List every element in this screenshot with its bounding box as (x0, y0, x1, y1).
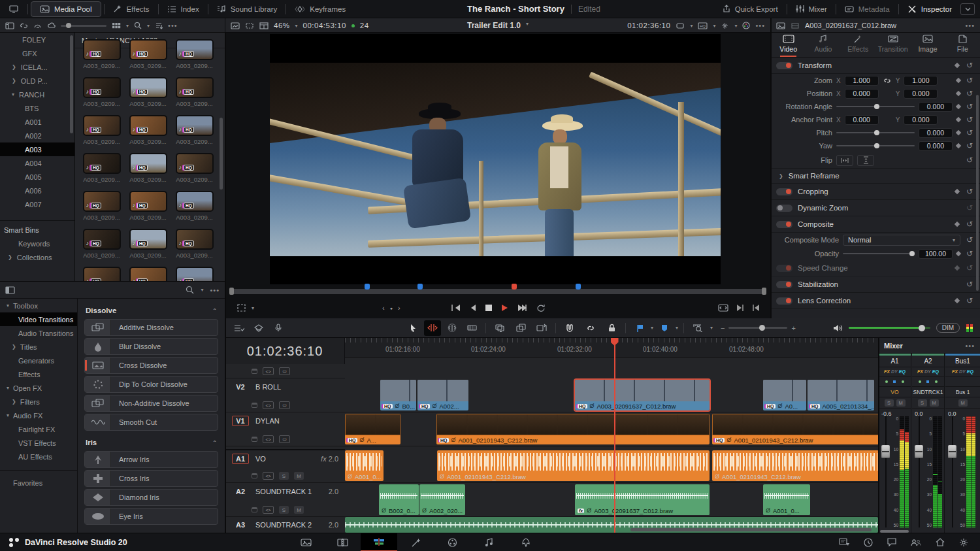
pan-control[interactable] (945, 376, 980, 387)
nav-au-effects[interactable]: AU Effects (0, 450, 77, 463)
viewer-multicam-icon[interactable] (259, 22, 269, 29)
bin-item-a003-selected[interactable]: A003 (0, 142, 74, 156)
viewer-zoom-level[interactable]: 46% (274, 22, 290, 29)
smart-bin-keywords[interactable]: Keywords (0, 237, 74, 250)
media-clip[interactable]: ♪HQA003_0209... (173, 260, 216, 281)
timeline-clip-v1[interactable]: HQØA001_02101943_C212.braw (712, 414, 879, 444)
composite-toggle[interactable] (776, 221, 792, 228)
timeline-playhead[interactable] (614, 338, 615, 533)
sort-icon[interactable] (155, 22, 163, 29)
pan-control[interactable] (912, 376, 944, 387)
page-deliver-icon[interactable] (507, 533, 544, 551)
viewer-more-icon[interactable]: ••• (755, 22, 765, 29)
overwrite-clip-icon[interactable] (512, 320, 529, 336)
bin-tree-scrollbar[interactable] (70, 35, 73, 133)
stacked-timelines-icon[interactable] (250, 320, 267, 336)
remote-monitoring-icon[interactable] (839, 538, 849, 546)
cloud-sync-icon[interactable] (47, 22, 56, 29)
track-fx-badge[interactable]: fx (321, 455, 327, 463)
bin-item-icela[interactable]: ❯ICELA... (0, 60, 74, 74)
frame-view-icon[interactable]: ▭ (279, 401, 290, 409)
nav-titles[interactable]: ❯Titles (0, 340, 77, 354)
zoom-keyframe-icon[interactable] (956, 78, 961, 83)
timeline-clip-a2[interactable]: fxØA003_02091637_C012.braw (575, 484, 710, 515)
track-header-v2[interactable]: V2 B ROLL <>▭ (225, 378, 345, 412)
smart-bin-collections[interactable]: ❯Collections (0, 250, 74, 264)
media-pool-more-icon[interactable]: ••• (168, 22, 178, 29)
composite-mode-dropdown[interactable]: Normal▾ (843, 235, 960, 246)
media-clip[interactable]: ♪HQA003_0209... (127, 146, 169, 183)
cropping-toggle[interactable] (776, 188, 792, 195)
media-clip[interactable]: ♪HQA003_0209... (127, 222, 169, 259)
sound-library-button[interactable]: Sound Library (208, 0, 286, 18)
page-cut-icon[interactable] (324, 533, 361, 551)
zoom-y-field[interactable]: 1.000 (904, 76, 938, 86)
timeline-clip-v1[interactable]: HQØA... (345, 414, 400, 444)
insert-clip-icon[interactable] (491, 320, 508, 336)
nav-effects[interactable]: Effects (0, 367, 77, 381)
lock-icon[interactable] (252, 403, 257, 408)
timeline-clip-a2[interactable]: ØB002_0... (379, 484, 419, 515)
media-clip[interactable]: ♪HQA003_0209... (80, 260, 123, 281)
zoom-out-button[interactable]: − (721, 324, 725, 332)
lock-icon[interactable] (252, 507, 257, 512)
link-xy-icon[interactable] (883, 77, 892, 84)
keyframes-button[interactable]: Keyframes (286, 0, 354, 18)
render-queue-icon[interactable] (864, 538, 873, 547)
effects-panel-toggle-icon[interactable] (5, 286, 15, 294)
replace-clip-icon[interactable] (533, 320, 550, 336)
rotation-slider[interactable] (836, 106, 915, 107)
lock-icon[interactable] (252, 473, 257, 478)
timeline-clip-a1[interactable]: ØA001_02101943_C212.braw (712, 450, 879, 481)
eq-badge[interactable]: EQ (899, 369, 906, 374)
media-clip[interactable]: ♪HQA003_0209... (173, 222, 216, 259)
bin-item-a002[interactable]: A002 (0, 129, 74, 142)
channel-fader[interactable] (949, 416, 956, 527)
play-button[interactable] (501, 304, 508, 312)
selection-mode-tool[interactable] (404, 320, 421, 336)
media-clip[interactable]: ♪HQA003_0209... (80, 146, 123, 183)
frame-view-icon[interactable]: ▭ (279, 367, 290, 375)
media-clip[interactable]: ♪HQA003_0209... (173, 109, 216, 145)
section-stabilization[interactable]: Stabilization ↺ (771, 276, 980, 293)
panel-collapse-icon[interactable] (960, 3, 975, 15)
page-fusion-icon[interactable] (397, 533, 434, 551)
transition-diamond-iris[interactable]: Diamond Iris (84, 489, 218, 506)
solo-button[interactable]: S (885, 399, 894, 407)
viewer-screen[interactable] (270, 34, 721, 284)
dynamic-zoom-toggle[interactable] (776, 205, 792, 212)
rotation-field[interactable]: 0.000 (919, 102, 953, 112)
media-clip[interactable]: ♪HQA003_0209... (127, 184, 169, 221)
fx-badge[interactable]: FX (884, 369, 890, 374)
lock-icon[interactable] (252, 437, 257, 442)
settings-gear-icon[interactable] (959, 538, 968, 547)
collaboration-icon[interactable] (911, 539, 921, 546)
timeline-clip-a2[interactable]: ØA002_020... (419, 484, 465, 515)
media-clip[interactable]: ♪HQA003_0209... (173, 33, 216, 69)
timeline-name[interactable]: Trailer Edit 1.0 (467, 21, 521, 30)
solo-button[interactable]: S (279, 506, 289, 514)
next-edit-icon[interactable] (736, 304, 744, 312)
bin-item-a005[interactable]: A005 (0, 170, 74, 184)
inspector-clip-icon[interactable] (776, 22, 785, 29)
auto-select-icon[interactable]: <> (263, 506, 274, 514)
transition-eye-iris[interactable]: Eye Iris (84, 508, 218, 525)
timeline-clip-v2[interactable]: HQØB0... (380, 380, 416, 410)
nav-open-fx[interactable]: ▾Open FX (0, 381, 77, 395)
zoom-x-field[interactable]: 1.000 (845, 76, 879, 86)
transition-cross-dissolve[interactable]: Cross Dissolve (84, 357, 218, 374)
timeline-zoom-slider[interactable] (728, 327, 787, 329)
nav-favorites[interactable]: Favorites (0, 476, 77, 490)
quick-export-button[interactable]: Quick Export (713, 0, 787, 18)
transition-dip-to-color[interactable]: Dip To Color Dissolve (84, 376, 218, 393)
opacity-field[interactable]: 100.00 (919, 249, 953, 259)
viewer-scrub-bar[interactable] (231, 289, 765, 294)
transform-keyframe-icon[interactable] (955, 63, 960, 68)
bin-item-ranch[interactable]: ▾RANCH (0, 88, 74, 101)
scrub-playhead-marker[interactable] (512, 284, 517, 290)
transition-smooth-cut[interactable]: Smooth Cut (84, 414, 218, 431)
media-clip[interactable]: ♪HQA003_0209... (80, 109, 123, 145)
resize-mode-icon[interactable] (237, 304, 248, 312)
pitch-field[interactable]: 0.000 (919, 128, 953, 138)
tab-file[interactable]: File (945, 35, 980, 57)
